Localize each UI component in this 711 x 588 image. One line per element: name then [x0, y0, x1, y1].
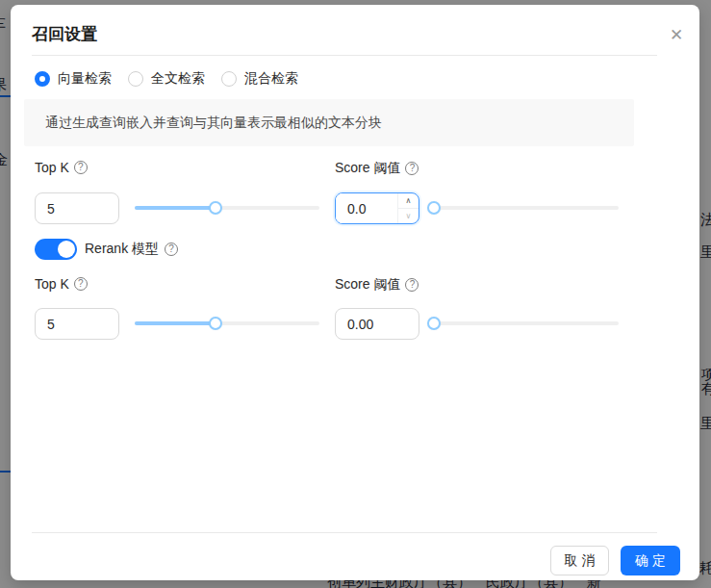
spinner-up-icon[interactable]: ∧: [398, 193, 419, 209]
radio-selected-icon: [35, 71, 50, 87]
topk-label-text: Top K: [35, 160, 69, 175]
radio-fulltext-search[interactable]: 全文检索: [128, 70, 205, 88]
slider-track[interactable]: [428, 206, 619, 210]
help-icon[interactable]: ?: [165, 243, 178, 256]
screen: 车 果 金 法 里 项 有 里 耗 创单列主财政厅（县） 民政厅（县） 新 召回…: [0, 0, 711, 588]
slider-fill: [135, 206, 216, 210]
mode-description-box: 通过生成查询嵌入并查询与其向量表示最相似的文本分块: [24, 99, 634, 146]
score-slider-rerank[interactable]: [428, 317, 619, 330]
slider-fill: [135, 321, 216, 325]
topk-label-text: Top K: [35, 276, 69, 292]
slider-handle[interactable]: [209, 317, 222, 330]
rerank-label: Rerank 模型 ?: [85, 241, 178, 258]
radio-vector-search[interactable]: 向量检索: [35, 70, 112, 88]
topk-label-vector: Top K ?: [35, 160, 88, 175]
retrieval-mode-radio-group: 向量检索 全文检索 混合检索: [35, 70, 315, 88]
radio-hybrid-search[interactable]: 混合检索: [221, 70, 298, 88]
radio-label: 全文检索: [151, 70, 205, 88]
score-input-rerank[interactable]: [335, 308, 419, 340]
score-label-vector: Score 阈值 ?: [335, 160, 419, 177]
slider-track[interactable]: [428, 321, 619, 325]
radio-unselected-icon: [128, 71, 143, 87]
topk-slider-vector[interactable]: [135, 201, 319, 215]
rerank-toggle[interactable]: [35, 239, 77, 260]
slider-handle[interactable]: [209, 201, 222, 215]
recall-settings-modal: 召回设置 ✕ 向量检索 全文检索 混合检索 通过生成查询嵌入并查询与其向量表示最…: [11, 5, 699, 580]
score-label-text: Score 阈值: [335, 276, 400, 294]
slider-handle[interactable]: [427, 201, 441, 215]
header-divider: [32, 55, 657, 56]
modal-title: 召回设置: [32, 23, 97, 45]
footer-divider: [32, 532, 657, 533]
rerank-label-text: Rerank 模型: [85, 241, 159, 258]
slider-handle[interactable]: [427, 317, 441, 330]
radio-label: 混合检索: [244, 70, 298, 88]
spinner-down-icon[interactable]: ∨: [398, 209, 419, 223]
topk-input-rerank[interactable]: [35, 308, 119, 340]
confirm-button[interactable]: 确 定: [621, 546, 680, 575]
score-slider-vector[interactable]: [428, 201, 619, 215]
help-icon[interactable]: ?: [74, 161, 88, 174]
score-label-rerank: Score 阈值 ?: [335, 276, 419, 294]
score-input-vector-wrapper: ∧ ∨: [335, 192, 419, 224]
topk-input-vector[interactable]: [35, 192, 119, 224]
toggle-knob: [58, 241, 75, 258]
topk-slider-rerank[interactable]: [135, 317, 319, 330]
cancel-button[interactable]: 取 消: [550, 546, 609, 575]
help-icon[interactable]: ?: [405, 162, 419, 175]
number-spinner: ∧ ∨: [397, 193, 419, 223]
topk-label-rerank: Top K ?: [35, 276, 88, 292]
radio-unselected-icon: [221, 71, 237, 87]
score-label-text: Score 阈值: [335, 160, 400, 177]
help-icon[interactable]: ?: [405, 278, 419, 292]
close-icon[interactable]: ✕: [664, 22, 689, 47]
radio-label: 向量检索: [58, 70, 112, 88]
help-icon[interactable]: ?: [74, 277, 88, 291]
mode-description-text: 通过生成查询嵌入并查询与其向量表示最相似的文本分块: [45, 115, 382, 132]
score-input-vector[interactable]: [336, 193, 397, 223]
